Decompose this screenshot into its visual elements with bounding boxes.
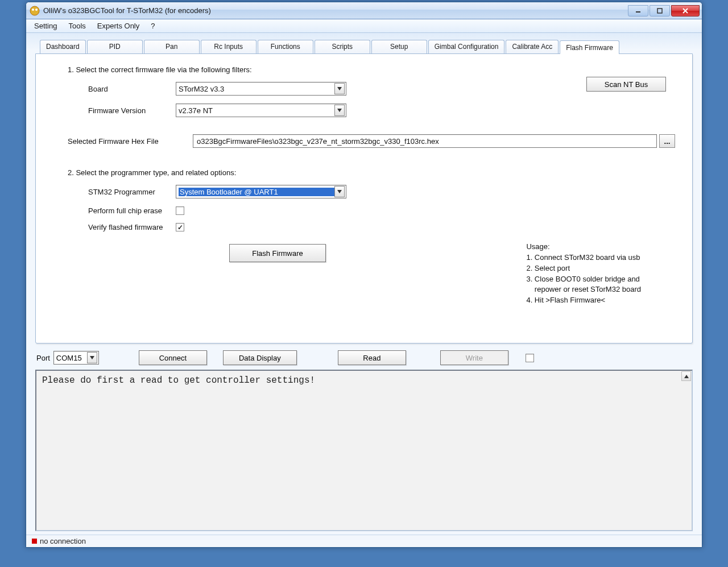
window-title: OlliW's o323BGCTool for T-STorM32 (for e… — [43, 6, 627, 15]
write-checkbox[interactable] — [526, 354, 534, 362]
port-value: COM15 — [56, 354, 87, 362]
programmer-value: System Bootloader @ UART1 — [179, 188, 334, 196]
usage-line-2: 2. Select port — [526, 263, 641, 274]
data-display-button[interactable]: Data Display — [223, 350, 297, 365]
programmer-combo[interactable]: System Bootloader @ UART1 — [176, 185, 346, 198]
client-area: Dashboard PID Pan Rc Inputs Functions Sc… — [26, 33, 702, 535]
hex-file-input[interactable] — [193, 134, 657, 148]
svg-point-0 — [30, 6, 39, 15]
usage-line-3: 3. Close BOOT0 solder bridge and — [526, 274, 641, 285]
menu-setting[interactable]: Setting — [28, 19, 63, 32]
chevron-down-icon[interactable] — [334, 186, 345, 197]
erase-checkbox[interactable] — [176, 206, 184, 215]
verify-checkbox[interactable] — [176, 223, 184, 231]
menu-tools[interactable]: Tools — [63, 19, 91, 32]
tab-scripts[interactable]: Scripts — [315, 40, 370, 53]
console-output[interactable]: Please do first a read to get controller… — [35, 370, 693, 531]
firmware-version-combo[interactable]: v2.37e NT — [176, 104, 346, 117]
app-window: OlliW's o323BGCTool for T-STorM32 (for e… — [26, 2, 702, 548]
usage-head: Usage: — [526, 242, 641, 253]
svg-point-1 — [32, 9, 34, 11]
board-combo-value: STorM32 v3.3 — [179, 85, 334, 93]
port-combo[interactable]: COM15 — [53, 351, 99, 365]
flash-firmware-button[interactable]: Flash Firmware — [229, 244, 326, 262]
write-button: Write — [440, 350, 508, 365]
hex-file-label: Selected Firmware Hex File — [68, 137, 193, 146]
status-text: no connection — [40, 537, 86, 545]
tab-rc-inputs[interactable]: Rc Inputs — [201, 40, 257, 53]
tab-functions[interactable]: Functions — [258, 40, 313, 53]
menubar: Setting Tools Experts Only ? — [26, 19, 702, 33]
tab-pan[interactable]: Pan — [144, 40, 200, 53]
app-icon — [30, 6, 40, 16]
tab-panel-flash: Scan NT Bus 1. Select the correct firmwa… — [35, 53, 693, 343]
svg-rect-3 — [657, 9, 662, 13]
firmware-version-value: v2.37e NT — [179, 106, 334, 115]
connect-button[interactable]: Connect — [139, 350, 207, 365]
chevron-down-icon[interactable] — [334, 105, 345, 116]
board-label: Board — [68, 85, 176, 93]
fwver-label: Firmware Version — [68, 106, 176, 115]
tab-pid[interactable]: PID — [87, 40, 143, 53]
scroll-up-icon[interactable] — [681, 371, 691, 381]
chevron-down-icon[interactable] — [87, 352, 97, 363]
tab-calibrate-acc[interactable]: Calibrate Acc — [506, 40, 559, 53]
tab-setup[interactable]: Setup — [371, 40, 427, 53]
tabs-row: Dashboard PID Pan Rc Inputs Functions Sc… — [40, 40, 693, 53]
statusbar: no connection — [26, 535, 702, 547]
usage-line-3b: repower or reset STorM32 board — [526, 284, 641, 295]
verify-label: Verify flashed firmware — [68, 223, 176, 231]
menu-experts-only[interactable]: Experts Only — [92, 19, 145, 32]
usage-text: Usage: 1. Connect STorM32 board via usb … — [526, 242, 641, 306]
section1-heading: 1. Select the correct firmware file via … — [68, 65, 675, 74]
usage-line-4: 4. Hit >Flash Firmware< — [526, 295, 641, 306]
bottom-controls: Port COM15 Connect Data Display Read Wri… — [35, 350, 693, 365]
programmer-label: STM32 Programmer — [68, 188, 176, 196]
console-text: Please do first a read to get controller… — [42, 375, 686, 386]
section2-heading: 2. Select the programmer type, and relat… — [68, 168, 675, 177]
titlebar[interactable]: OlliW's o323BGCTool for T-STorM32 (for e… — [26, 2, 702, 19]
read-button[interactable]: Read — [338, 350, 406, 365]
close-button[interactable] — [671, 5, 700, 16]
port-label: Port — [36, 354, 50, 362]
browse-button[interactable]: ... — [659, 134, 675, 148]
menu-help[interactable]: ? — [145, 19, 160, 32]
board-combo[interactable]: STorM32 v3.3 — [176, 82, 346, 96]
tab-gimbal-configuration[interactable]: Gimbal Configuration — [428, 40, 505, 53]
erase-label: Perform full chip erase — [68, 206, 176, 215]
status-indicator-icon — [32, 539, 37, 544]
svg-point-2 — [35, 9, 38, 11]
usage-line-1: 1. Connect STorM32 board via usb — [526, 253, 641, 263]
maximize-button[interactable] — [650, 5, 670, 16]
scan-nt-bus-button[interactable]: Scan NT Bus — [586, 77, 666, 92]
minimize-button[interactable] — [628, 5, 648, 16]
tab-dashboard[interactable]: Dashboard — [40, 40, 86, 53]
chevron-down-icon[interactable] — [334, 83, 345, 94]
tab-flash-firmware[interactable]: Flash Firmware — [560, 40, 619, 54]
